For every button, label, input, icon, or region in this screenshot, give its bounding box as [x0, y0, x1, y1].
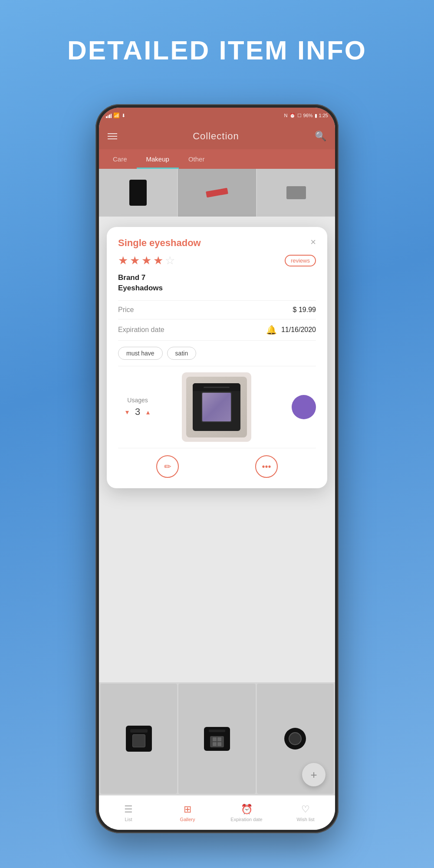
alarm-icon: ⏰ — [289, 113, 296, 118]
menu-icon[interactable] — [108, 133, 117, 139]
status-left: 📶 ⬇ — [106, 112, 125, 118]
star-2: ★ — [130, 254, 140, 267]
product-image-inner — [186, 377, 247, 437]
increment-button[interactable]: ▴ — [146, 408, 150, 416]
header-title: Collection — [193, 131, 239, 142]
wifi-icon: 📶 — [113, 112, 120, 118]
tab-care[interactable]: Care — [103, 149, 137, 169]
grid-cell-3 — [257, 169, 335, 217]
edit-button[interactable]: ✏ — [156, 455, 179, 478]
usages-box: Usages ▾ 3 ▴ — [118, 397, 157, 418]
modal-footer: ✏ ••• — [118, 448, 316, 478]
expiration-row: Expiration date 🔔 11/16/2020 — [118, 319, 316, 340]
close-button[interactable]: × — [310, 237, 316, 247]
phone-frame: 📶 ⬇ N ⏰ ☐ 96% ▮ 1:25 Collection 🔍 Care M… — [95, 104, 339, 833]
nav-expiration[interactable]: ⏰ Expiration date — [217, 804, 276, 822]
price-row: Price $ 19.99 — [118, 300, 316, 319]
nav-wishlist-label: Wish list — [297, 817, 315, 822]
nav-list[interactable]: ☰ List — [99, 804, 158, 822]
tab-other[interactable]: Other — [179, 149, 214, 169]
price-value: $ 19.99 — [293, 306, 316, 314]
stars: ★ ★ ★ ★ ☆ — [118, 254, 175, 267]
list-nav-icon: ☰ — [124, 804, 133, 815]
reviews-button[interactable]: reviews — [285, 255, 316, 266]
tag-satin[interactable]: satin — [167, 347, 197, 360]
brand-name: Brand 7 — [118, 273, 316, 282]
nav-list-label: List — [125, 817, 132, 822]
modal-header: Single eyeshadow × — [118, 237, 316, 249]
category-name: Eyeshadows — [118, 284, 316, 293]
status-right: N ⏰ ☐ 96% ▮ 1:25 — [284, 113, 328, 118]
product-image — [182, 372, 251, 442]
tag-must-have[interactable]: must have — [118, 347, 163, 360]
phone-inner: 📶 ⬇ N ⏰ ☐ 96% ▮ 1:25 Collection 🔍 Care M… — [99, 108, 335, 830]
grid-cell-1 — [99, 169, 177, 217]
expiration-nav-icon: ⏰ — [241, 804, 253, 815]
star-1: ★ — [118, 254, 128, 267]
bottom-cell-1 — [100, 684, 177, 794]
page-title: DETAILED ITEM INFO — [0, 35, 434, 66]
star-5: ☆ — [165, 254, 175, 267]
download-icon: ⬇ — [122, 113, 125, 118]
gallery-nav-icon: ⊞ — [184, 804, 191, 815]
fab-button[interactable]: + — [302, 763, 326, 786]
more-icon: ••• — [262, 462, 271, 472]
expiration-label: Expiration date — [118, 326, 164, 334]
star-4: ★ — [153, 254, 163, 267]
nav-expiration-label: Expiration date — [230, 817, 262, 822]
battery-percent: 96% — [303, 113, 313, 118]
signal-bars-icon — [106, 113, 112, 118]
search-icon[interactable]: 🔍 — [315, 131, 326, 142]
clock: 1:25 — [319, 113, 328, 118]
eyeshadow-pan — [201, 392, 232, 422]
bottom-grid — [99, 682, 335, 795]
wishlist-nav-icon: ♡ — [301, 804, 310, 815]
modal: Single eyeshadow × ★ ★ ★ ★ ☆ reviews Bra… — [107, 227, 327, 488]
expiration-value: 11/16/2020 — [281, 326, 316, 334]
color-swatch — [292, 395, 316, 419]
nav-wishlist[interactable]: ♡ Wish list — [276, 804, 335, 822]
eyeshadow-compact — [193, 383, 240, 431]
more-button[interactable]: ••• — [255, 455, 278, 478]
tags-row: must have satin — [118, 340, 316, 366]
grid-cell-2 — [178, 169, 256, 217]
decrement-button[interactable]: ▾ — [125, 408, 129, 416]
usages-controls: ▾ 3 ▴ — [125, 406, 150, 418]
expiry-right: 🔔 11/16/2020 — [266, 325, 316, 335]
usages-label: Usages — [127, 397, 148, 404]
rating-row: ★ ★ ★ ★ ☆ reviews — [118, 254, 316, 267]
bottom-nav: ☰ List ⊞ Gallery ⏰ Expiration date ♡ Wis… — [99, 795, 335, 830]
edit-icon: ✏ — [164, 461, 171, 472]
bottom-cell-2 — [178, 684, 255, 794]
tab-makeup[interactable]: Makeup — [137, 149, 179, 169]
nfc-icon: N — [284, 113, 288, 118]
battery-icon: ▮ — [315, 113, 317, 118]
price-label: Price — [118, 306, 134, 314]
nav-gallery[interactable]: ⊞ Gallery — [158, 804, 217, 822]
product-grid-bg — [99, 169, 335, 217]
usages-count: 3 — [135, 406, 140, 418]
bell-icon[interactable]: 🔔 — [266, 325, 277, 335]
phone-icon: ☐ — [297, 113, 302, 118]
nav-gallery-label: Gallery — [180, 817, 195, 822]
app-header: Collection 🔍 — [99, 123, 335, 149]
star-3: ★ — [141, 254, 151, 267]
modal-title: Single eyeshadow — [118, 237, 201, 249]
tabs-bar: Care Makeup Other — [99, 149, 335, 169]
product-section: Usages ▾ 3 ▴ — [118, 366, 316, 448]
status-bar: 📶 ⬇ N ⏰ ☐ 96% ▮ 1:25 — [99, 108, 335, 123]
